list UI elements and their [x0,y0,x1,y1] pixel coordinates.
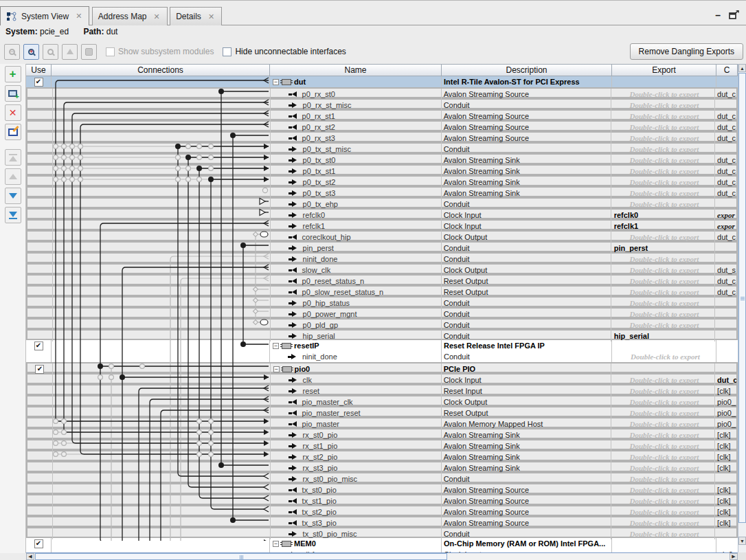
add-button[interactable]: + [5,66,21,82]
table-row[interactable]: tx_st2_pioAvalon Streaming SourceDouble-… [26,505,738,516]
export-cell[interactable]: Double-click to export [611,100,715,111]
collapse-button[interactable] [62,44,78,60]
scroll-up-button[interactable]: ▲ [738,64,746,72]
zoom-in-button[interactable]: + [23,44,39,60]
export-cell[interactable]: Double-click to export [611,111,715,122]
tree-expand-toggle[interactable]: − [273,366,280,372]
column-header-description[interactable]: Description [442,64,612,76]
table-row[interactable]: p0_rx_st3Avalon Streaming SourceDouble-c… [26,131,738,142]
export-cell[interactable]: Double-click to export [611,188,715,199]
use-checkbox[interactable]: ✔ [34,341,43,350]
table-row[interactable]: refclk0Clock Inputrefclk0expor [26,208,738,219]
table-row[interactable]: pin_perstConduitpin_perst [26,241,738,252]
column-header-export[interactable]: Export [612,64,716,76]
move-bottom-button[interactable] [5,207,21,223]
tab-close-icon[interactable]: ✕ [154,12,160,21]
table-row[interactable]: rx_st1_pioAvalon Streaming SinkDouble-cl… [26,439,738,450]
export-cell[interactable]: Double-click to export [611,265,715,276]
table-row[interactable]: p0_rx_st1Avalon Streaming SourceDouble-c… [26,109,738,120]
move-top-button[interactable] [5,149,21,166]
table-row[interactable]: p0_rx_st_miscConduitDouble-click to expo… [26,98,738,109]
export-cell[interactable]: Double-click to export [611,287,715,298]
table-row[interactable]: p0_slow_reset_status_nReset OutputDouble… [26,285,738,296]
horizontal-scrollbar-thumb[interactable] [35,553,447,560]
export-cell[interactable]: Double-click to export [611,462,715,473]
table-row[interactable]: refclk1Clock Inputrefclk1expor [26,219,738,230]
export-cell[interactable]: Double-click to export [611,254,715,265]
table-row[interactable]: p0_tx_st2Avalon Streaming SinkDouble-cli… [26,175,738,186]
table-row[interactable]: tx_st1_pioAvalon Streaming SourceDouble-… [26,494,738,505]
table-row[interactable]: p0_pld_gpConduitDouble-click to export [26,318,738,329]
move-down-button[interactable] [5,188,21,204]
table-row[interactable]: tx_st0_pioAvalon Streaming SourceDouble-… [26,483,738,494]
export-cell[interactable] [612,76,716,87]
export-cell[interactable] [611,363,715,374]
table-row[interactable]: tx_st0_pio_miscConduitDouble-click to ex… [26,527,738,538]
table-row[interactable]: clkClock InputDouble-click to exportdut_… [26,373,738,384]
table-row[interactable]: p0_hip_statusConduitDouble-click to expo… [26,296,738,307]
table-row[interactable]: ninit_doneConduitDouble-click to export [26,252,738,263]
export-cell[interactable] [612,340,716,351]
table-row[interactable]: p0_rx_st2Avalon Streaming SourceDouble-c… [26,120,738,131]
export-cell[interactable]: Double-click to export [611,495,715,506]
move-up-button[interactable] [5,168,21,185]
export-cell[interactable]: Double-click to export [611,144,715,155]
export-cell[interactable]: Double-click to export [611,232,715,243]
column-header-use[interactable]: Use [26,64,52,76]
table-row[interactable]: rx_st0_pioAvalon Streaming SinkDouble-cl… [26,428,738,439]
hide-unconnectable-interfaces-checkbox[interactable] [223,47,231,56]
tab-system-view[interactable]: System View ✕ [0,6,89,25]
export-cell[interactable]: Double-click to export [611,517,715,528]
export-cell[interactable]: Double-click to export [611,199,715,210]
tab-close-icon[interactable]: ✕ [76,12,82,21]
scroll-right-button[interactable]: ▶ [730,553,738,560]
export-cell[interactable]: Double-click to export [611,177,715,188]
export-cell[interactable]: Double-click to export [611,440,715,451]
table-row[interactable]: hip_serialConduithip_serial [26,329,738,340]
tab-close-icon[interactable]: ✕ [208,12,214,21]
export-cell[interactable]: Double-click to export [611,89,715,100]
export-cell[interactable] [612,538,716,549]
use-checkbox[interactable]: ✔ [34,78,43,87]
export-cell[interactable]: pin_perst [611,243,715,254]
column-header-name[interactable]: Name [270,64,442,76]
export-cell[interactable]: Double-click to export [611,506,715,517]
export-cell[interactable]: refclk0 [611,210,715,221]
export-cell[interactable]: Double-click to export [611,429,715,440]
use-checkbox[interactable]: ✔ [35,365,44,374]
table-row[interactable]: ✔−MEM0On-Chip Memory (RAM or ROM) Intel … [26,538,738,549]
add-component-button[interactable] [5,85,21,102]
vertical-scrollbar[interactable]: ▲ ▼ [738,64,746,553]
edit-button[interactable] [5,124,21,140]
export-cell[interactable]: Double-click to export [611,122,715,133]
export-cell[interactable]: Double-click to export [611,298,715,309]
table-row[interactable]: p0_tx_st3Avalon Streaming SinkDouble-cli… [26,186,738,197]
tree-expand-toggle[interactable]: − [273,79,279,85]
remove-button[interactable]: ✕ [5,104,21,121]
minimize-button[interactable]: – [715,12,721,19]
horizontal-scrollbar[interactable]: ◀ ▶ [26,552,738,560]
export-cell[interactable]: Double-click to export [611,407,715,418]
table-row[interactable]: p0_tx_st0Avalon Streaming SinkDouble-cli… [26,153,738,164]
table-row[interactable]: resetReset InputDouble-click to export[c… [26,384,738,395]
table-row[interactable]: p0_tx_st1Avalon Streaming SinkDouble-cli… [26,164,738,175]
table-row[interactable]: rx_st2_pioAvalon Streaming SinkDouble-cl… [26,450,738,461]
show-subsystem-modules-checkbox[interactable] [106,47,115,56]
tree-expand-toggle[interactable]: − [273,541,279,547]
export-cell[interactable]: refclk1 [611,221,715,232]
tree-expand-toggle[interactable]: − [273,343,279,349]
table-row[interactable]: p0_tx_ehpConduitDouble-click to export [26,197,738,208]
export-cell[interactable]: Double-click to export [611,276,715,287]
export-cell[interactable]: Double-click to export [612,351,716,362]
column-header-c[interactable]: C [716,64,738,76]
zoom-fit-button[interactable] [43,44,58,60]
export-cell[interactable]: Double-click to export [611,155,715,166]
table-row[interactable]: rx_st3_pioAvalon Streaming SinkDouble-cl… [26,461,738,472]
table-row[interactable]: coreclkout_hipClock OutputDouble-click t… [26,230,738,241]
export-cell[interactable]: Double-click to export [611,385,715,396]
zoom-out-button[interactable]: − [4,44,20,60]
table-row[interactable]: p0_tx_st_miscConduitDouble-click to expo… [26,142,738,153]
table-row[interactable]: pio_master_resetReset OutputDouble-click… [26,406,738,417]
table-row[interactable]: ✔−resetIPReset Release Intel FPGA IP [26,340,738,351]
export-cell[interactable]: Double-click to export [611,309,715,320]
